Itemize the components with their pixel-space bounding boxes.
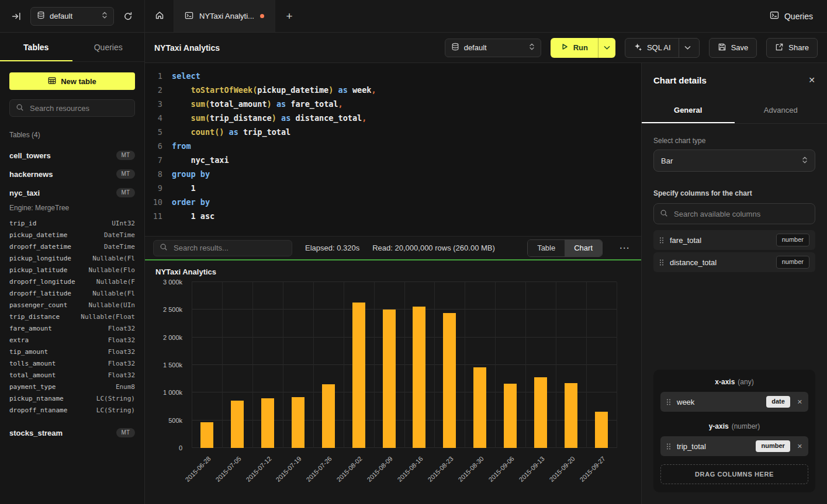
refresh-icon[interactable] <box>120 8 136 25</box>
available-column-row[interactable]: distance_totalnumber <box>653 252 815 272</box>
tab-home[interactable] <box>145 0 174 32</box>
column-name: pickup_latitude <box>9 265 67 276</box>
grid-line-vertical <box>556 282 556 448</box>
new-tab-button[interactable]: + <box>275 0 303 32</box>
column-row[interactable]: extraFloat32 <box>9 335 135 346</box>
table-row[interactable]: stocks_streamMT <box>9 423 135 442</box>
sql-editor[interactable]: 1234567891011 select toStartOfWeek(picku… <box>145 63 641 236</box>
play-icon <box>560 43 569 53</box>
table-row[interactable]: cell_towersMT <box>9 146 135 165</box>
app-window: default NYTaxi Analyti... <box>0 0 827 504</box>
column-row[interactable]: payment_typeEnum8 <box>9 381 135 393</box>
engine-badge: MT <box>116 169 135 179</box>
bar[interactable] <box>413 307 425 448</box>
sql-token: ( <box>205 113 210 123</box>
console-icon <box>185 11 193 22</box>
query-title: NYTaxi Analytics <box>154 43 220 53</box>
drop-zone[interactable]: DRAG COLUMNS HERE <box>660 464 808 484</box>
column-row[interactable]: tip_amountFloat32 <box>9 346 135 358</box>
bar[interactable] <box>261 398 274 448</box>
column-type: Nullable(Float <box>81 311 135 323</box>
column-row[interactable]: dropoff_longitudeNullable(F <box>9 276 135 288</box>
column-search <box>653 203 815 224</box>
drag-handle-icon[interactable] <box>666 443 671 450</box>
column-type: Nullable(UIn <box>89 300 135 311</box>
bar[interactable] <box>383 310 396 448</box>
sidebar-tab-tables[interactable]: Tables <box>0 33 72 61</box>
query-database-selector[interactable]: default <box>445 39 541 57</box>
column-name: pickup_datetime <box>9 230 67 241</box>
bar[interactable] <box>352 303 365 448</box>
database-selector[interactable]: default <box>30 7 114 26</box>
sql-token: as <box>229 127 238 137</box>
drag-handle-icon[interactable] <box>666 398 671 406</box>
close-icon[interactable]: ✕ <box>808 75 815 85</box>
view-toggle-table[interactable]: Table <box>528 240 565 256</box>
x-axis-field[interactable]: week date ✕ <box>660 392 808 412</box>
column-row[interactable]: pickup_longitudeNullable(Fl <box>9 253 135 265</box>
table-row[interactable]: hackernewsMT <box>9 165 135 183</box>
column-search-input[interactable] <box>673 209 809 219</box>
column-row[interactable]: fare_amountFloat32 <box>9 323 135 335</box>
chevron-down-icon[interactable] <box>684 43 691 52</box>
new-table-button[interactable]: New table <box>9 72 135 90</box>
column-row[interactable]: tolls_amountFloat32 <box>9 358 135 370</box>
column-row[interactable]: total_amountFloat32 <box>9 370 135 381</box>
column-name: payment_type <box>9 381 56 393</box>
column-row[interactable]: trip_idUInt32 <box>9 218 135 230</box>
bar[interactable] <box>443 313 456 448</box>
share-button[interactable]: Share <box>766 38 818 58</box>
resource-search-input[interactable] <box>29 103 129 113</box>
run-options-button[interactable] <box>598 38 615 58</box>
queries-button-label: Queries <box>784 12 813 21</box>
remove-x-axis-field-icon[interactable]: ✕ <box>797 398 802 406</box>
bar[interactable] <box>534 377 547 448</box>
bar[interactable] <box>595 412 608 448</box>
column-row[interactable]: pickup_datetimeDateTime <box>9 230 135 241</box>
view-toggle-chart[interactable]: Chart <box>565 240 602 256</box>
bar[interactable] <box>504 384 517 448</box>
save-icon <box>718 43 726 53</box>
chart-type-select[interactable]: Bar <box>653 150 815 172</box>
column-row[interactable]: trip_distanceNullable(Float <box>9 311 135 323</box>
tab-general[interactable]: General <box>642 97 735 123</box>
drag-handle-icon[interactable] <box>659 237 664 244</box>
more-options-button[interactable]: ⋯ <box>615 242 633 254</box>
sql-code[interactable]: select toStartOfWeek(pickup_datetime) as… <box>172 69 376 236</box>
save-button[interactable]: Save <box>709 38 757 58</box>
column-row[interactable]: pickup_ntanameLC(String) <box>9 393 135 405</box>
column-row[interactable]: dropoff_latitudeNullable(Fl <box>9 288 135 300</box>
column-type: UInt32 <box>112 218 135 230</box>
bar[interactable] <box>200 422 213 448</box>
bar[interactable] <box>473 367 486 448</box>
available-column-row[interactable]: fare_totalnumber <box>653 230 815 250</box>
tab-advanced[interactable]: Advanced <box>735 97 827 123</box>
column-row[interactable]: dropoff_datetimeDateTime <box>9 241 135 253</box>
run-button[interactable]: Run <box>551 38 598 58</box>
chart-details-content: Select chart type Bar Specify columns fo… <box>642 124 827 504</box>
column-row[interactable]: dropoff_ntanameLC(String) <box>9 405 135 416</box>
x-tick-label: 2015-08-30 <box>457 455 485 483</box>
bar[interactable] <box>292 397 304 448</box>
sidebar-tab-queries[interactable]: Queries <box>72 33 145 61</box>
bar[interactable] <box>565 383 577 448</box>
column-name: total_amount <box>9 370 56 381</box>
results-search-input[interactable] <box>172 243 286 253</box>
bar[interactable] <box>322 384 335 448</box>
table-row[interactable]: nyc_taxiMT <box>9 183 135 202</box>
tab-query-nytaxi[interactable]: NYTaxi Analyti... <box>174 0 275 32</box>
column-row[interactable]: pickup_latitudeNullable(Flo <box>9 265 135 276</box>
column-row[interactable]: passenger_countNullable(UIn <box>9 300 135 311</box>
column-name: dropoff_datetime <box>9 241 71 253</box>
bar[interactable] <box>231 401 244 448</box>
sql-ai-button[interactable]: SQL AI <box>625 38 700 58</box>
share-icon <box>775 43 784 53</box>
column-name: trip_distance <box>9 311 60 323</box>
line-number: 4 <box>145 111 162 125</box>
y-axis-field[interactable]: trip_total number ✕ <box>660 436 808 456</box>
sql-token: ( <box>205 99 210 109</box>
remove-y-axis-field-icon[interactable]: ✕ <box>797 443 802 450</box>
queries-button[interactable]: Queries <box>770 11 813 22</box>
collapse-sidebar-icon[interactable] <box>8 8 25 25</box>
drag-handle-icon[interactable] <box>659 259 664 266</box>
